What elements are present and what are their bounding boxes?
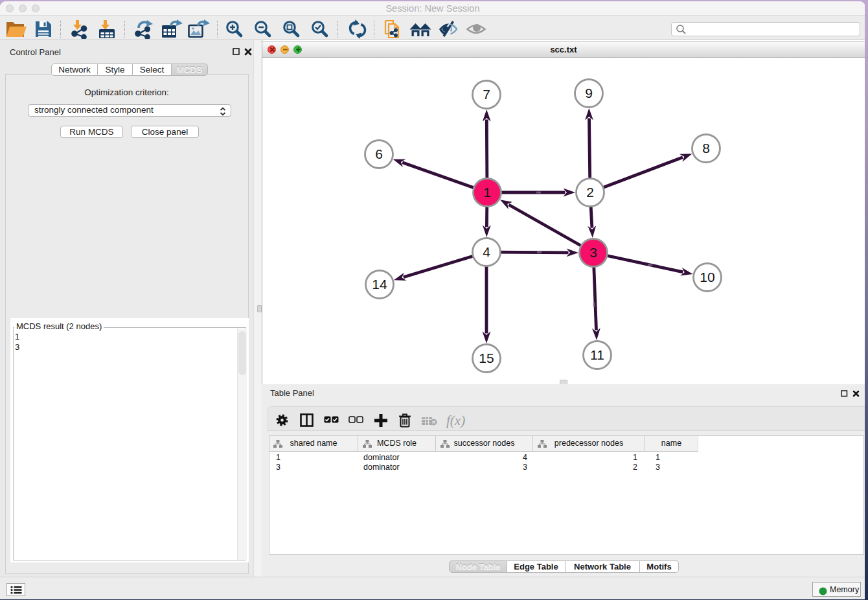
svg-text:6: 6 [375, 146, 383, 161]
svg-text:11: 11 [590, 347, 604, 362]
svg-text:8: 8 [702, 141, 710, 156]
svg-text:7: 7 [483, 87, 490, 102]
svg-text:9: 9 [585, 86, 593, 100]
svg-text:3: 3 [589, 245, 597, 260]
svg-text:4: 4 [483, 244, 490, 259]
svg-text:10: 10 [700, 270, 714, 284]
svg-text:15: 15 [479, 351, 494, 365]
svg-text:2: 2 [586, 185, 594, 200]
svg-text:14: 14 [372, 277, 387, 292]
svg-text:1: 1 [483, 185, 491, 200]
